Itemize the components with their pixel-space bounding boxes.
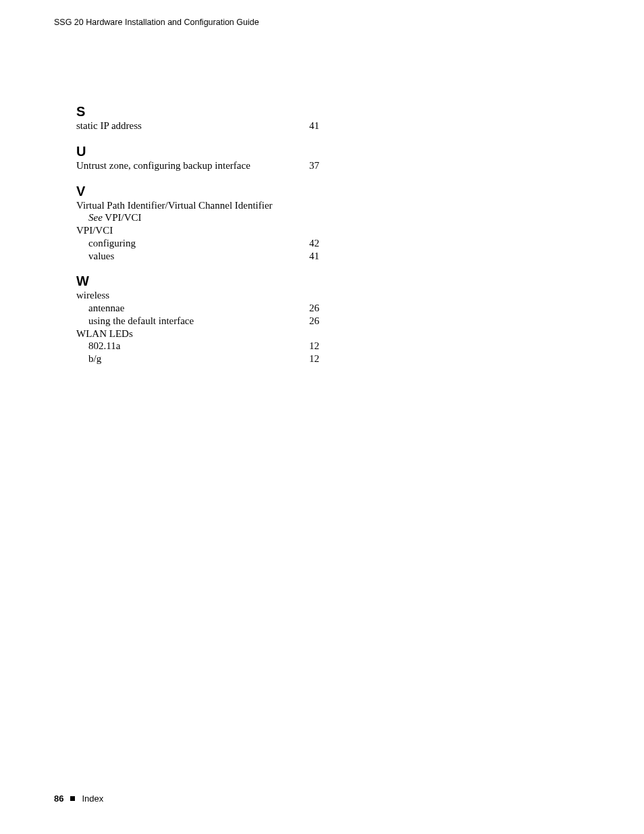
index-section-v: V Virtual Path Identifier/Virtual Channe… [76,184,319,263]
index-entry: VPI/VCI [76,224,319,237]
index-subentry: 802.11a 12 [76,340,319,353]
index-entry: static IP address 41 [76,120,319,132]
page-number: 86 [54,793,63,804]
index-entry: wireless [76,289,319,302]
index-entry-page: 41 [309,250,319,263]
index-see-entry: See VPI/VCI [76,211,319,224]
see-prefix: See [88,212,103,223]
index-entry-page: 41 [309,120,319,132]
square-bullet-icon [70,796,75,801]
index-subentry: using the default interface 26 [76,315,319,328]
index-entry-label: b/g [88,353,101,365]
footer-section-label: Index [82,793,103,804]
index-entry-page: 37 [309,159,319,172]
index-letter: S [76,105,319,118]
index-entry-label: values [88,250,114,263]
index-section-w: W wireless antennae 26 using the default… [76,274,319,365]
index-entry-page: 12 [309,353,319,365]
index-section-u: U Untrust zone, configuring backup inter… [76,145,319,172]
index-letter: U [76,145,319,158]
index-subentry: b/g 12 [76,353,319,365]
index-entry-label: configuring [88,237,136,250]
running-head: SSG 20 Hardware Installation and Configu… [54,18,259,27]
index-entry-label: static IP address [76,120,142,132]
index-subentry: antennae 26 [76,302,319,315]
index-letter: W [76,274,319,288]
index-entry: WLAN LEDs [76,328,319,340]
index-entry: Untrust zone, configuring backup interfa… [76,159,319,172]
see-target: VPI/VCI [105,212,141,223]
index-entry-page: 42 [309,237,319,250]
index-subentry: configuring 42 [76,237,319,250]
index-letter: V [76,184,319,198]
index-entry-label: Untrust zone, configuring backup interfa… [76,159,250,172]
index-entry: Virtual Path Identifier/Virtual Channel … [76,199,319,212]
index-entry-page: 26 [309,315,319,328]
index-entry-page: 12 [309,340,319,353]
index-entry-label: 802.11a [88,340,120,353]
index-subentry: values 41 [76,250,319,263]
index-entry-label: antennae [88,302,124,315]
index-section-s: S static IP address 41 [76,105,319,132]
index-content: S static IP address 41 U Untrust zone, c… [76,105,319,377]
index-entry-page: 26 [309,302,319,315]
page: SSG 20 Hardware Installation and Configu… [0,0,644,834]
index-entry-label: using the default interface [88,315,194,328]
page-footer: 86 Index [54,793,103,804]
